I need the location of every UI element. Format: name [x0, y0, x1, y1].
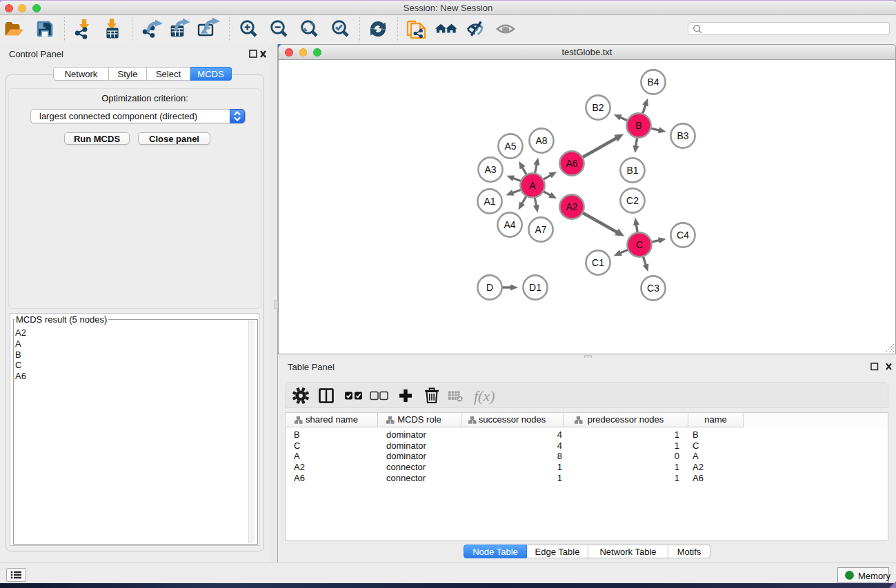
svg-text:D1: D1 [529, 282, 541, 293]
svg-text:A6: A6 [566, 158, 577, 169]
svg-text:B3: B3 [677, 130, 688, 141]
svg-text:C: C [636, 239, 643, 250]
svg-text:B1: B1 [626, 165, 638, 176]
svg-text:B2: B2 [592, 102, 604, 113]
svg-text:A8: A8 [535, 135, 547, 146]
svg-text:B4: B4 [647, 77, 659, 88]
svg-text:D: D [486, 282, 493, 293]
svg-text:A7: A7 [535, 224, 546, 235]
svg-text:C1: C1 [592, 257, 604, 268]
svg-text:C4: C4 [677, 230, 689, 241]
svg-text:A4: A4 [504, 219, 515, 230]
svg-text:A3: A3 [484, 164, 496, 175]
svg-text:A2: A2 [566, 201, 577, 212]
svg-text:A: A [529, 180, 536, 191]
svg-text:A1: A1 [484, 196, 495, 207]
svg-text:f(x): f(x) [474, 387, 495, 405]
svg-text:B: B [635, 120, 641, 131]
svg-text:C2: C2 [626, 195, 639, 206]
svg-text:C3: C3 [647, 283, 659, 294]
svg-text:A5: A5 [504, 141, 516, 152]
